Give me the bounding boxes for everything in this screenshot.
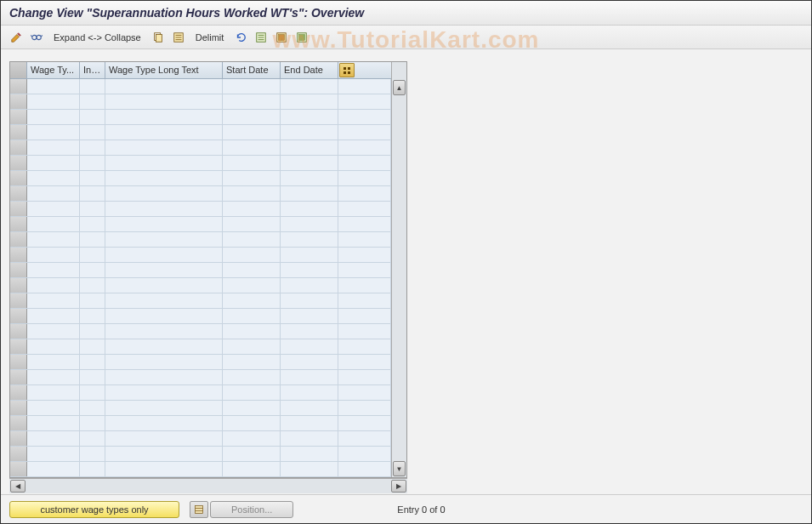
cell-wage-type[interactable] xyxy=(27,431,80,446)
cell-wage-type[interactable] xyxy=(27,202,80,216)
scroll-track-horizontal[interactable] xyxy=(26,479,390,493)
other-view-icon[interactable] xyxy=(28,29,45,46)
column-header-wage-type[interactable]: Wage Ty... xyxy=(27,62,80,78)
cell-long-text[interactable] xyxy=(105,202,223,216)
row-selector[interactable] xyxy=(10,462,27,476)
row-selector[interactable] xyxy=(10,171,27,185)
cell-start-date[interactable] xyxy=(223,202,281,216)
cell-end-date[interactable] xyxy=(281,171,338,185)
cell-end-date[interactable] xyxy=(281,401,338,415)
cell-wage-type[interactable] xyxy=(27,186,80,201)
cell-long-text[interactable] xyxy=(105,385,223,400)
cell-long-text[interactable] xyxy=(105,79,223,94)
cell-start-date[interactable] xyxy=(223,355,281,369)
cell-wage-type[interactable] xyxy=(27,263,80,277)
cell-end-date[interactable] xyxy=(281,94,338,109)
cell-wage-type[interactable] xyxy=(27,355,80,369)
copy-icon[interactable] xyxy=(150,29,167,46)
row-selector[interactable] xyxy=(10,355,27,369)
cell-start-date[interactable] xyxy=(223,370,281,384)
cell-infotype[interactable] xyxy=(80,431,105,446)
cell-end-date[interactable] xyxy=(281,293,338,308)
cell-end-date[interactable] xyxy=(281,79,338,94)
cell-infotype[interactable] xyxy=(80,263,105,277)
cell-start-date[interactable] xyxy=(223,79,281,94)
table-settings-icon[interactable] xyxy=(339,63,355,77)
cell-wage-type[interactable] xyxy=(27,110,80,124)
cell-infotype[interactable] xyxy=(80,309,105,323)
cell-start-date[interactable] xyxy=(223,217,281,231)
column-header-long-text[interactable]: Wage Type Long Text xyxy=(105,62,223,78)
deselect-all-icon[interactable] xyxy=(293,29,310,46)
cell-infotype[interactable] xyxy=(80,232,105,247)
position-button[interactable]: Position... xyxy=(210,501,293,518)
cell-wage-type[interactable] xyxy=(27,385,80,400)
row-selector[interactable] xyxy=(10,431,27,446)
cell-infotype[interactable] xyxy=(80,217,105,231)
cell-end-date[interactable] xyxy=(281,324,338,339)
undo-icon[interactable] xyxy=(232,29,249,46)
row-selector[interactable] xyxy=(10,156,27,170)
scroll-down-icon[interactable]: ▼ xyxy=(393,461,406,476)
cell-start-date[interactable] xyxy=(223,110,281,124)
row-selector[interactable] xyxy=(10,401,27,415)
row-selector[interactable] xyxy=(10,263,27,277)
column-header-infotype[interactable]: Inf... xyxy=(80,62,105,78)
cell-long-text[interactable] xyxy=(105,462,223,476)
cell-end-date[interactable] xyxy=(281,431,338,446)
cell-wage-type[interactable] xyxy=(27,339,80,354)
cell-wage-type[interactable] xyxy=(27,293,80,308)
cell-long-text[interactable] xyxy=(105,248,223,262)
cell-infotype[interactable] xyxy=(80,94,105,109)
cell-infotype[interactable] xyxy=(80,339,105,354)
cell-start-date[interactable] xyxy=(223,385,281,400)
cell-start-date[interactable] xyxy=(223,171,281,185)
cell-start-date[interactable] xyxy=(223,156,281,170)
cell-infotype[interactable] xyxy=(80,293,105,308)
cell-start-date[interactable] xyxy=(223,309,281,323)
delimit-button[interactable]: Delimit xyxy=(190,31,230,44)
cell-end-date[interactable] xyxy=(281,186,338,201)
cell-long-text[interactable] xyxy=(105,217,223,231)
cell-wage-type[interactable] xyxy=(27,94,80,109)
cell-long-text[interactable] xyxy=(105,232,223,247)
cell-infotype[interactable] xyxy=(80,248,105,262)
cell-start-date[interactable] xyxy=(223,94,281,109)
cell-infotype[interactable] xyxy=(80,140,105,155)
cell-end-date[interactable] xyxy=(281,309,338,323)
cell-long-text[interactable] xyxy=(105,293,223,308)
cell-infotype[interactable] xyxy=(80,186,105,201)
cell-infotype[interactable] xyxy=(80,324,105,339)
cell-wage-type[interactable] xyxy=(27,278,80,293)
cell-wage-type[interactable] xyxy=(27,125,80,140)
cell-wage-type[interactable] xyxy=(27,447,80,461)
cell-wage-type[interactable] xyxy=(27,140,80,155)
cell-infotype[interactable] xyxy=(80,385,105,400)
cell-long-text[interactable] xyxy=(105,447,223,461)
cell-start-date[interactable] xyxy=(223,278,281,293)
cell-end-date[interactable] xyxy=(281,278,338,293)
horizontal-scrollbar[interactable]: ◀ ▶ xyxy=(9,478,407,493)
cell-start-date[interactable] xyxy=(223,263,281,277)
position-icon[interactable] xyxy=(190,501,208,518)
cell-start-date[interactable] xyxy=(223,186,281,201)
cell-end-date[interactable] xyxy=(281,140,338,155)
cell-wage-type[interactable] xyxy=(27,156,80,170)
cell-start-date[interactable] xyxy=(223,293,281,308)
cell-infotype[interactable] xyxy=(80,462,105,476)
cell-long-text[interactable] xyxy=(105,110,223,124)
scroll-right-icon[interactable]: ▶ xyxy=(391,480,406,493)
cell-long-text[interactable] xyxy=(105,278,223,293)
cell-long-text[interactable] xyxy=(105,370,223,384)
cell-infotype[interactable] xyxy=(80,79,105,94)
row-selector[interactable] xyxy=(10,248,27,262)
customer-wage-types-button[interactable]: customer wage types only xyxy=(9,501,179,518)
cell-end-date[interactable] xyxy=(281,263,338,277)
cell-infotype[interactable] xyxy=(80,355,105,369)
cell-long-text[interactable] xyxy=(105,401,223,415)
scroll-track-vertical[interactable] xyxy=(392,96,406,460)
cell-long-text[interactable] xyxy=(105,309,223,323)
select-all-header[interactable] xyxy=(10,62,27,78)
column-header-start-date[interactable]: Start Date xyxy=(223,62,281,78)
cell-infotype[interactable] xyxy=(80,416,105,430)
